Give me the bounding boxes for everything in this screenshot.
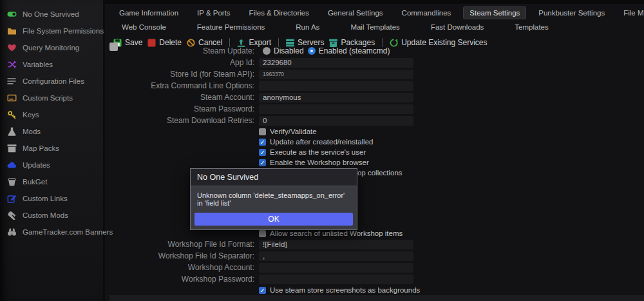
sidebar-item-custom-links[interactable]: Custom Links [0, 190, 103, 207]
field-label: Steam Password: [107, 104, 259, 113]
bucket-icon [7, 177, 17, 186]
spacer [107, 178, 644, 218]
script-icon [7, 93, 17, 102]
steam-password-input[interactable] [259, 104, 413, 114]
workshop-file-id-format-input[interactable]: ![FileId] [259, 240, 413, 249]
sidebar-item-label: No One Survived [23, 10, 79, 18]
checkbox-row-allow-unlisted-workshop-search: Allow search of unlisted Workshop items [107, 228, 644, 238]
sidebar-item-label: Keys [23, 111, 39, 119]
sidebar-item-label: File System Permissions [23, 27, 104, 35]
binoculars-icon [7, 228, 17, 237]
heart-icon [7, 43, 17, 52]
sidebar-item-file-system-permissions[interactable]: File System Permissions [0, 23, 103, 39]
dialog-title: No One Survived [191, 169, 357, 186]
sidebar-item-map-packs[interactable]: Map Packs [0, 140, 103, 157]
sidebar-item-no-one-survived[interactable]: No One Survived [0, 6, 103, 23]
checkbox[interactable] [259, 287, 266, 294]
field-label: Steam Account: [107, 93, 259, 102]
tab-mail-templates[interactable]: Mail Templates [345, 21, 406, 33]
field-label: Workshop File Id Separator: [107, 251, 259, 260]
field-label: Store Id (for Steam API): [107, 70, 259, 79]
steam-settings-form: Steam Update: Disabled Enabled (steamcmd… [107, 45, 644, 295]
tab-web-console[interactable]: Web Console [116, 21, 172, 33]
checkbox-row-enable-workshop-browser: Enable the Workshop browser [107, 157, 644, 168]
app-window: No One Survived File System Permissions … [0, 0, 644, 301]
checkbox[interactable] [259, 230, 266, 237]
error-dialog: No One Survived Unknown column 'delete_s… [190, 168, 357, 230]
radio-disabled[interactable] [263, 47, 270, 55]
sidebar-item-label: Variables [23, 61, 53, 68]
tab-general-settings[interactable]: General Settings [322, 7, 389, 19]
tab-fast-downloads[interactable]: Fast Downloads [425, 21, 489, 33]
app-id-input[interactable]: 2329680 [259, 58, 413, 68]
sidebar-item-label: Updates [23, 161, 50, 169]
checkbox[interactable] [259, 139, 266, 146]
workshop-account-input[interactable] [259, 263, 413, 273]
sidebar-item-label: Custom Mods [23, 211, 68, 219]
workshop-password-input[interactable] [259, 275, 413, 284]
sidebar-item-label: Mods [23, 128, 41, 135]
hammer-icon [7, 211, 17, 220]
sidebar-item-query-monitoring[interactable]: Query Monitoring [0, 39, 103, 56]
workshop-file-id-separator-input[interactable]: , [259, 251, 413, 261]
sidebar-item-label: Custom Scripts [23, 94, 73, 102]
tab-file-manager[interactable]: File Manager [618, 7, 644, 19]
sidebar-item-custom-scripts[interactable]: Custom Scripts [0, 90, 103, 106]
sidebar-item-configuration-files[interactable]: Configuration Files [0, 73, 103, 90]
steam-account-input[interactable]: anonymous [259, 93, 413, 102]
sidebar-item-label: Configuration Files [23, 77, 84, 85]
field-label: Workshop File Id Format: [107, 240, 259, 249]
list-icon [7, 77, 17, 86]
ok-button[interactable]: OK [194, 213, 353, 226]
field-label: Extra Command Line Options: [107, 81, 259, 90]
steam-download-retries-input[interactable]: 0 [259, 116, 413, 126]
sidebar-item-label: Query Monitoring [23, 44, 79, 52]
sidebar-item-gametracker-banners[interactable]: GameTracker.com Banners [0, 224, 103, 240]
checkbox[interactable] [259, 149, 266, 156]
sidebar-item-updates[interactable]: Updates [0, 157, 103, 173]
radio-enabled-steamcmd[interactable] [308, 47, 316, 55]
tab-bar: Game Information IP & Ports Files & Dire… [107, 4, 644, 34]
sidebar-item-label: Custom Links [23, 195, 68, 202]
tab-steam-settings[interactable]: Steam Settings [464, 7, 526, 19]
store-id-input[interactable]: 1963370 [259, 70, 413, 79]
checkbox[interactable] [259, 128, 266, 135]
field-label: Steam Download Retries: [107, 116, 259, 125]
field-label: Workshop Account: [107, 263, 259, 272]
sidebar-item-keys[interactable]: Keys [0, 106, 103, 123]
key-icon [7, 110, 17, 119]
tab-commandlines[interactable]: Commandlines [396, 7, 457, 19]
field-label: Steam Update: [107, 46, 259, 55]
tab-game-information[interactable]: Game Information [113, 7, 184, 19]
cloud-download-icon [7, 160, 17, 170]
checkbox-row-update-after-created: Update after created/reinstalled [107, 137, 644, 147]
steam-update-row: Steam Update: Disabled Enabled (steamcmd… [107, 45, 644, 57]
sidebar-item-variables[interactable]: Variables [0, 56, 103, 73]
checkbox-row-enable-workshop-collections: Enable support for Workshop collections [107, 168, 644, 178]
tab-templates[interactable]: Templates [509, 21, 554, 33]
sidebar-item-mods[interactable]: Mods [0, 123, 103, 140]
sidebar-item-label: GameTracker.com Banners [23, 228, 113, 236]
tab-run-as[interactable]: Run As [290, 21, 325, 33]
sidebar-item-label: BukGet [23, 178, 47, 186]
dialog-message: Unknown column 'delete_steamapps_on_erro… [191, 186, 357, 211]
checkbox-row-verify-validate: Verify/Validate [107, 126, 644, 137]
toggle-on-icon [7, 10, 17, 19]
tab-feature-permissions[interactable]: Feature Permissions [191, 21, 270, 33]
checkbox[interactable] [259, 159, 266, 166]
sidebar-item-label: Map Packs [23, 144, 59, 152]
tab-files-directories[interactable]: Files & Directories [243, 7, 315, 19]
field-label: Workshop Password: [107, 275, 259, 284]
tab-punkbuster-settings[interactable]: Punkbuster Settings [533, 7, 611, 19]
sidebar-item-custom-mods[interactable]: Custom Mods [0, 207, 103, 224]
checkbox-row-execute-as-service-user: Execute as the service's user [107, 147, 644, 157]
shuffle-icon [7, 60, 17, 69]
pencil-square-icon [7, 194, 17, 203]
extra-command-line-options-input[interactable] [259, 81, 413, 91]
box-icon [7, 144, 17, 153]
checkbox-row-steam-store-screenshots: Use steam store screenshots as backgroun… [107, 285, 644, 295]
footer-band [109, 295, 644, 301]
sidebar-item-bukget[interactable]: BukGet [0, 173, 103, 190]
sidebar: No One Survived File System Permissions … [0, 0, 105, 301]
tab-ip-ports[interactable]: IP & Ports [191, 7, 236, 19]
